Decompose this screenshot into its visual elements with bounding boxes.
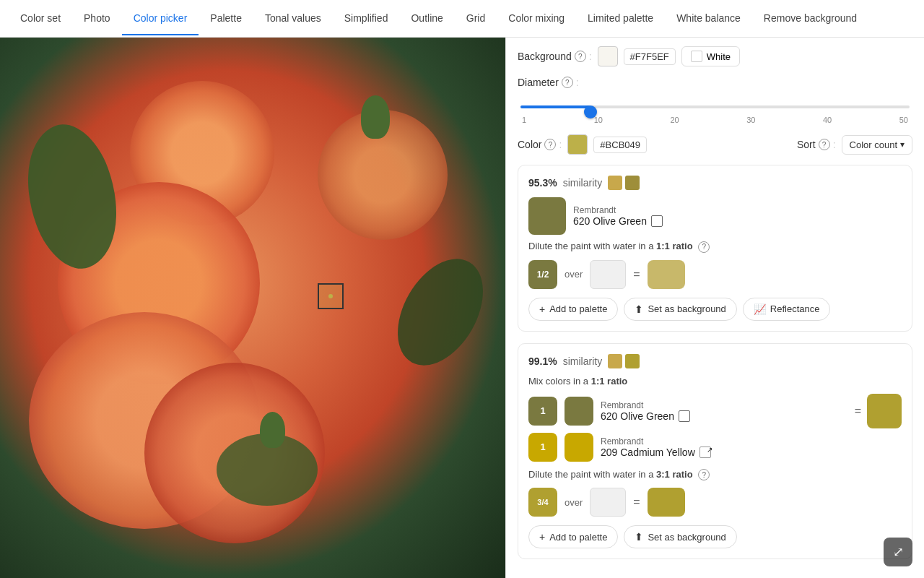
upload-icon-1: ⬆ xyxy=(635,303,643,315)
mix-result-2 xyxy=(648,488,685,517)
slider-track xyxy=(520,105,910,108)
similarity-header-2: 99.1% similarity xyxy=(528,354,902,368)
mix-paint-entry-2: 1 Rembrandt 209 Cadmium Yellow ↗ xyxy=(528,433,902,462)
color-label: Color ? : xyxy=(518,139,562,150)
top-nav: Color setPhotoColor pickerPaletteTonal v… xyxy=(0,0,924,38)
background-row: Background ? : #F7F5EF White xyxy=(518,46,912,66)
similarity-pct-1: 95.3% xyxy=(528,177,557,189)
mix-paint-brand-1: Rembrandt xyxy=(601,400,847,410)
chart-icon-1: 📈 xyxy=(754,303,766,315)
paint-swatch-1 xyxy=(528,197,566,235)
mix-paint-swatch-2 xyxy=(565,433,593,462)
nav-item-color-set[interactable]: Color set xyxy=(9,2,72,35)
picker-cursor[interactable] xyxy=(318,283,344,309)
ratio-badge-2: 1 xyxy=(528,433,557,462)
action-row-1: + Add to palette ⬆ Set as background 📈 R… xyxy=(528,298,902,321)
paint-info-1: Rembrandt 620 Olive Green xyxy=(573,205,902,227)
mix-fraction-2: 3/4 xyxy=(528,488,557,517)
diameter-row: Diameter ? : 1 10 20 30 40 xyxy=(518,77,912,124)
diameter-label: Diameter ? : xyxy=(518,77,579,88)
result-card-2: 99.1% similarity Mix colors in a 1:1 rat… xyxy=(518,343,912,560)
upload-icon-2: ⬆ xyxy=(635,531,643,543)
background-help-icon[interactable]: ? xyxy=(575,51,586,62)
similarity-word-2: similarity xyxy=(563,355,602,367)
dilute-help-icon-1[interactable]: ? xyxy=(698,241,710,253)
mix-white-1 xyxy=(590,260,626,289)
mix-over-2: over xyxy=(565,497,583,508)
paint-check-1[interactable] xyxy=(651,215,663,227)
nav-item-photo[interactable]: Photo xyxy=(72,2,122,35)
add-to-palette-btn-2[interactable]: + Add to palette xyxy=(528,525,618,548)
sort-row: Sort ? : Color count ▾ xyxy=(797,135,912,155)
nav-item-color-picker[interactable]: Color picker xyxy=(122,2,199,35)
sim-swatch-2a xyxy=(608,354,622,368)
sim-swatches-2 xyxy=(608,354,640,368)
set-as-background-btn-2[interactable]: ⬆ Set as background xyxy=(624,525,736,548)
nav-item-white-balance[interactable]: White balance xyxy=(665,2,752,35)
mix-visual-2: 3/4 over = xyxy=(528,488,902,517)
slider-thumb[interactable] xyxy=(584,105,597,118)
main-layout: ArtistAssistApp.com Back xyxy=(0,38,924,578)
similarity-word-1: similarity xyxy=(563,177,602,189)
nav-item-grid[interactable]: Grid xyxy=(455,2,497,35)
mix-paint-name-1: 620 Olive Green xyxy=(601,410,847,422)
nav-item-color-mixing[interactable]: Color mixing xyxy=(497,2,576,35)
nav-item-palette[interactable]: Palette xyxy=(199,2,253,35)
mix-visual-1: 1/2 over = xyxy=(528,260,902,289)
sort-help-icon[interactable]: ? xyxy=(819,139,830,150)
color-wrapper: Color ? : #BCB049 xyxy=(518,134,647,155)
slider-fill xyxy=(520,105,590,108)
color-hex: #BCB049 xyxy=(593,137,647,153)
set-as-background-btn-1[interactable]: ⬆ Set as background xyxy=(624,298,736,321)
fullscreen-button[interactable]: ⤢ xyxy=(884,538,912,566)
mix-over-1: over xyxy=(565,269,583,280)
mix-fraction-1: 1/2 xyxy=(528,260,557,289)
white-button[interactable]: White xyxy=(681,46,740,66)
mix-eq-2: = xyxy=(633,496,640,509)
mix-white-2 xyxy=(590,488,626,517)
action-row-2: + Add to palette ⬆ Set as background xyxy=(528,525,902,548)
nav-item-limited-palette[interactable]: Limited palette xyxy=(576,2,665,35)
sort-label: Sort ? : xyxy=(797,139,836,150)
paint-name-1: 620 Olive Green xyxy=(573,215,902,227)
dilute-help-icon-2[interactable]: ? xyxy=(698,469,710,480)
color-help-icon[interactable]: ? xyxy=(544,139,556,150)
mix-paint-info-2: Rembrandt 209 Cadmium Yellow ↗ xyxy=(601,436,902,458)
reflectance-btn-1[interactable]: 📈 Reflectance xyxy=(743,298,831,321)
dilute-text-2: Dilute the paint with water in a 3:1 rat… xyxy=(528,469,902,481)
background-swatch[interactable] xyxy=(598,46,618,66)
mix-colors-label: Mix colors in a 1:1 ratio xyxy=(528,376,902,387)
nav-item-tonal-values[interactable]: Tonal values xyxy=(253,2,333,35)
mix-result-1 xyxy=(648,260,685,289)
diameter-help-icon[interactable]: ? xyxy=(562,77,573,88)
mix-equals-icon: = xyxy=(855,405,861,418)
mix-paint-check-2[interactable]: ↗ xyxy=(699,447,711,458)
mix-result-swatch xyxy=(867,394,902,428)
image-area[interactable]: ArtistAssistApp.com xyxy=(0,38,505,578)
fullscreen-icon: ⤢ xyxy=(893,544,904,560)
nav-item-remove-background[interactable]: Remove background xyxy=(752,2,868,35)
diameter-slider[interactable] xyxy=(520,100,910,114)
right-panel: Background ? : #F7F5EF White Diameter ? … xyxy=(505,38,924,578)
sort-select[interactable]: Color count ▾ xyxy=(842,135,912,155)
mix-paint-info-1: Rembrandt 620 Olive Green xyxy=(601,400,847,422)
ratio-badge-1: 1 xyxy=(528,397,557,426)
chevron-down-icon: ▾ xyxy=(900,139,905,150)
paint-entry-1: Rembrandt 620 Olive Green xyxy=(528,197,902,235)
nav-item-simplified[interactable]: Simplified xyxy=(333,2,400,35)
mix-paint-name-2: 209 Cadmium Yellow ↗ xyxy=(601,447,902,458)
mix-paint-swatch-1 xyxy=(565,397,593,426)
dilute-text-1: Dilute the paint with water in a 1:1 rat… xyxy=(528,241,902,253)
color-swatch[interactable] xyxy=(567,134,588,155)
mix-eq-1: = xyxy=(633,268,640,281)
add-to-palette-btn-1[interactable]: + Add to palette xyxy=(528,298,618,321)
similarity-pct-2: 99.1% xyxy=(528,355,557,367)
result-card-1: 95.3% similarity Rembrandt 620 Olive Gre… xyxy=(518,165,912,332)
nav-item-outline[interactable]: Outline xyxy=(399,2,454,35)
plus-icon-1: + xyxy=(539,303,545,315)
white-swatch xyxy=(691,51,702,62)
sim-swatch-1a xyxy=(608,176,622,190)
mix-paint-check-1[interactable] xyxy=(679,410,690,422)
background-hex: #F7F5EF xyxy=(624,48,676,65)
similarity-header-1: 95.3% similarity xyxy=(528,176,902,190)
